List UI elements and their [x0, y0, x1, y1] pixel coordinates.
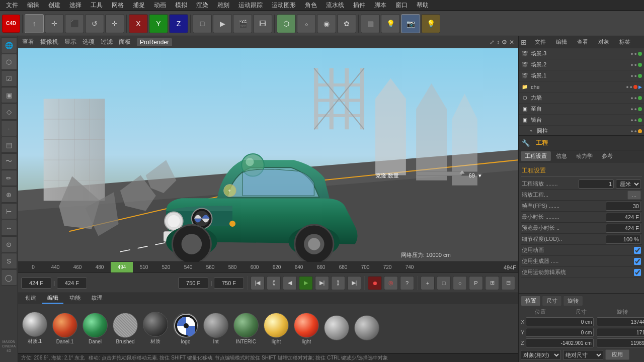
material-item-5[interactable]: logo: [172, 313, 199, 344]
left-tool-uv[interactable]: ▤: [1, 137, 17, 153]
tool-view-wire[interactable]: ⬦: [297, 14, 316, 33]
end-frame-input-2[interactable]: [214, 278, 244, 289]
left-tool-l2[interactable]: ↔: [1, 220, 17, 236]
tool-anim3[interactable]: 🎞: [253, 14, 272, 33]
tool-axis-y[interactable]: Y: [149, 14, 168, 33]
tool-view-shade[interactable]: ◉: [317, 14, 336, 33]
jingtai-vis[interactable]: ●: [630, 118, 633, 123]
attrib-z-size[interactable]: [597, 338, 644, 347]
obj-row-scene3[interactable]: 🎬 场景.3 ● ●: [519, 48, 644, 59]
left-tool-sculpt[interactable]: 〜: [1, 153, 17, 169]
coord-mode-select[interactable]: 对象(相对) 世界: [521, 350, 561, 360]
attrib-tab-pos[interactable]: 位置: [521, 296, 541, 306]
material-item-1[interactable]: Danel.1: [51, 313, 78, 344]
btn-help[interactable]: ?: [400, 276, 414, 290]
start-frame-input[interactable]: [21, 278, 51, 289]
material-item-8[interactable]: light: [263, 313, 290, 344]
menu-char[interactable]: 角色: [301, 0, 321, 11]
menu-pipeline[interactable]: 流水线: [322, 0, 348, 11]
tab-project-dynamics[interactable]: 动力学: [572, 151, 597, 161]
left-tool-sim[interactable]: ⊕: [1, 187, 17, 203]
material-item-3[interactable]: Brushed: [112, 313, 139, 344]
tool-anim2[interactable]: 🎬: [233, 14, 252, 33]
menu-anim[interactable]: 动画: [150, 0, 170, 11]
current-frame-input[interactable]: [57, 278, 87, 289]
rpanel-tab-tag[interactable]: 标签: [615, 37, 634, 47]
vp-nav-view[interactable]: 查看: [22, 38, 34, 46]
jingtai-lock[interactable]: ●: [634, 118, 637, 123]
rpanel-tab-edit[interactable]: 编辑: [552, 37, 571, 47]
material-item-4[interactable]: 材质: [142, 312, 169, 345]
rpanel-tab-view[interactable]: 查看: [573, 37, 592, 47]
tool-select[interactable]: ↑: [25, 14, 44, 33]
attrib-y-pos[interactable]: [526, 328, 594, 337]
menu-render[interactable]: 渲染: [192, 0, 212, 11]
menu-snap[interactable]: 捕捉: [129, 0, 149, 11]
menu-create[interactable]: 创建: [44, 0, 64, 11]
obj-row-liwall[interactable]: ⬡ 力墙 ● ●: [519, 93, 644, 104]
btn-record[interactable]: ⏺: [368, 276, 382, 290]
vp-ctrl-expand[interactable]: ↕: [497, 39, 500, 46]
prop-input-scale[interactable]: [579, 179, 614, 189]
btn-prev-frame[interactable]: ◀: [283, 276, 297, 290]
obj-row-scene2[interactable]: 🎬 场景.2 ● ●: [519, 59, 644, 70]
tab-project-settings[interactable]: 工程设置: [521, 151, 551, 161]
vp-nav-filter[interactable]: 过滤: [101, 38, 113, 46]
vp-nav-prorender[interactable]: ProRender: [137, 38, 172, 46]
left-tool-l3[interactable]: ⊙: [1, 236, 17, 252]
attrib-tab-size[interactable]: 尺寸: [542, 296, 562, 306]
end-frame-input[interactable]: [178, 278, 208, 289]
tool-view-material[interactable]: ✿: [337, 14, 356, 33]
tool-light[interactable]: 💡: [381, 14, 400, 33]
timeline-ruler[interactable]: 0 440 460 480 494 510 520 540 560 580 60…: [18, 261, 518, 273]
left-tool-paint[interactable]: ✏: [1, 170, 17, 186]
scene2-lock[interactable]: ●: [634, 62, 637, 67]
tool-move[interactable]: ✛: [45, 14, 64, 33]
attrib-tab-rot[interactable]: 旋转: [563, 296, 583, 306]
prop-select-unit[interactable]: 厘米: [616, 179, 641, 189]
vp-nav-camera[interactable]: 摄像机: [40, 38, 58, 46]
scene3-lock[interactable]: ●: [634, 51, 637, 56]
menu-sim[interactable]: 模拟: [171, 0, 191, 11]
bottom-tab-edit[interactable]: 编辑: [42, 293, 63, 304]
material-item-10[interactable]: [323, 315, 350, 341]
btn-grid-key[interactable]: ⊞: [485, 276, 499, 290]
prop-check-use-clip[interactable]: [634, 269, 641, 276]
left-tool-object[interactable]: ⬡: [1, 54, 17, 70]
tool-render[interactable]: 💡: [421, 14, 440, 33]
left-tool-poly[interactable]: ▣: [1, 87, 17, 103]
prop-input-lod[interactable]: [606, 235, 641, 244]
tool-axis-z[interactable]: Z: [169, 14, 188, 33]
btn-play-fwd[interactable]: ▶: [299, 276, 313, 290]
tool-anim1[interactable]: ▶: [213, 14, 232, 33]
bottom-tab-texture[interactable]: 纹理: [87, 293, 108, 304]
menu-edit[interactable]: 编辑: [23, 0, 43, 11]
btn-record-pos[interactable]: ◎: [384, 276, 398, 290]
yuanzhu-vis[interactable]: ●: [630, 129, 633, 134]
attrib-y-size[interactable]: [597, 328, 644, 337]
obj-row-zizi[interactable]: ▣ 至自 ● ●: [519, 104, 644, 115]
menu-window[interactable]: 窗口: [391, 0, 412, 11]
vp-ctrl-close[interactable]: ✕: [509, 39, 514, 46]
btn-add-key[interactable]: +: [421, 276, 435, 290]
scene2-vis[interactable]: ●: [630, 62, 633, 67]
tool-grid[interactable]: ▦: [361, 14, 380, 33]
tool-transform[interactable]: ✛: [105, 14, 124, 33]
menu-help[interactable]: 帮助: [413, 0, 433, 11]
attrib-x-size[interactable]: [597, 317, 644, 326]
menu-select[interactable]: 选择: [65, 0, 86, 11]
menu-plugins[interactable]: 插件: [349, 0, 369, 11]
btn-scale-project[interactable]: ...: [627, 191, 641, 200]
tool-rotate[interactable]: ↺: [85, 14, 104, 33]
prop-input-fps[interactable]: [606, 202, 641, 211]
bottom-tab-func[interactable]: 功能: [64, 293, 86, 304]
vp-nav-display[interactable]: 显示: [64, 38, 76, 46]
material-item-11[interactable]: [353, 315, 380, 341]
btn-to-end[interactable]: ▶|: [347, 276, 361, 290]
zizi-lock[interactable]: ●: [634, 107, 637, 112]
menu-motion-track[interactable]: 运动跟踪: [234, 0, 267, 11]
zizi-vis[interactable]: ●: [630, 107, 633, 112]
rpanel-tab-object[interactable]: 对象: [594, 37, 613, 47]
scene1-vis[interactable]: ●: [630, 73, 633, 78]
left-tool-view[interactable]: 🌐: [1, 37, 17, 53]
